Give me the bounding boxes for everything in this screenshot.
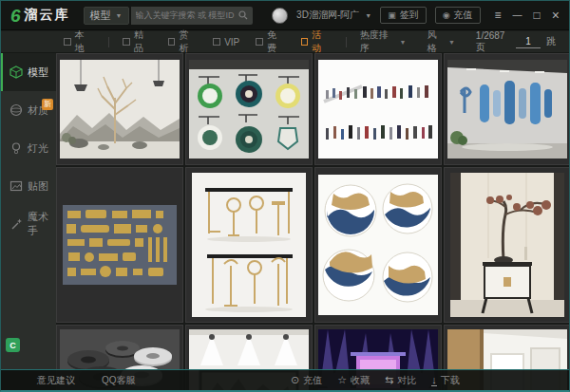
filter-label: VIP: [224, 37, 239, 47]
recharge-action-label: 充值: [303, 374, 322, 387]
signin-label: 签到: [400, 9, 419, 22]
magic-hand-icon: [10, 217, 23, 231]
culture-wall-image: [447, 60, 567, 159]
checkbox-icon: [256, 38, 263, 46]
thumbnail-bar-table[interactable]: [185, 167, 313, 323]
filter-checkbox-activity[interactable]: 活动: [301, 28, 330, 55]
filter-bar: 本地 精品 赏析 VIP 免费 活动 热度排序 ▼ 风格 ▼: [1, 31, 569, 53]
maximize-button[interactable]: □: [534, 9, 541, 21]
filter-checkbox-vip[interactable]: VIP: [213, 37, 239, 47]
qq-support-link[interactable]: QQ客服: [102, 374, 136, 387]
search-box[interactable]: [131, 7, 253, 25]
favorite-action-label: 收藏: [351, 374, 370, 387]
sidebar-item-label: 贴图: [28, 179, 48, 194]
model-cube-icon: [10, 65, 23, 79]
console-table-image: [450, 173, 564, 317]
app-logo: 6 溜云库: [10, 7, 70, 25]
thumbnail-console-table[interactable]: [444, 167, 570, 323]
page-jump-input[interactable]: [516, 36, 541, 48]
filter-label: 活动: [312, 28, 330, 55]
divider: [346, 37, 347, 47]
checkbox-icon: [123, 38, 130, 46]
bar-table-image: [192, 173, 306, 317]
thumbnail-sign-boards[interactable]: [185, 53, 313, 165]
gold-patterns-image: [63, 205, 177, 285]
filter-label: 本地: [75, 28, 93, 55]
style-dropdown[interactable]: 风格 ▼: [427, 28, 454, 55]
sort-dropdown-value: 热度排序: [360, 28, 395, 55]
calendar-icon: ▣: [388, 11, 396, 20]
coin-icon: ⊙: [291, 375, 299, 385]
thumbnail-zen-garden[interactable]: [56, 53, 183, 165]
feedback-link[interactable]: 意见建议: [37, 374, 75, 387]
filter-checkbox-free[interactable]: 免费: [256, 28, 284, 55]
chevron-down-icon: ▼: [116, 12, 123, 19]
recharge-button[interactable]: ◉ 充值: [435, 7, 481, 24]
sidebar: 模型 材质 新 灯光 贴图: [1, 53, 56, 369]
texture-image-icon: [10, 179, 23, 193]
compare-action-label: 对比: [397, 374, 416, 387]
sidebar-item-material[interactable]: 材质 新: [1, 91, 56, 129]
light-bulb-icon: [10, 141, 23, 155]
close-button[interactable]: ×: [552, 9, 560, 22]
checkbox-icon: [168, 38, 176, 46]
filter-checkbox-gallery[interactable]: 赏析: [168, 28, 197, 55]
star-icon: ☆: [337, 375, 347, 385]
user-avatar[interactable]: [272, 8, 288, 24]
minimize-button[interactable]: —: [513, 10, 522, 20]
search-icon[interactable]: [238, 10, 248, 20]
thumbnail-grid: [56, 53, 570, 390]
coin-icon: ◉: [443, 11, 450, 20]
favorite-action[interactable]: ☆ 收藏: [337, 374, 370, 387]
download-action-label: 下载: [441, 374, 460, 387]
user-menu-caret-icon[interactable]: ▼: [365, 12, 371, 19]
recharge-label: 充值: [454, 9, 473, 22]
wall-art-circles-image: [318, 175, 438, 315]
username[interactable]: 3D溜溜网-阿广: [296, 9, 359, 22]
recharge-action[interactable]: ⊙ 充值: [291, 374, 322, 387]
sort-dropdown[interactable]: 热度排序 ▼: [360, 28, 406, 55]
checkbox-icon: [301, 38, 309, 46]
logo-icon: 6: [10, 7, 21, 25]
sidebar-item-model[interactable]: 模型: [1, 53, 56, 91]
download-action[interactable]: ↓ 下载: [431, 374, 460, 387]
search-category-value: 模型: [90, 9, 111, 23]
filter-label: 赏析: [179, 28, 197, 55]
sidebar-item-texture[interactable]: 贴图: [1, 167, 56, 205]
thumbnail-wall-art-circles[interactable]: [314, 167, 442, 323]
download-icon: ↓: [431, 375, 437, 386]
sidebar-item-label: 模型: [28, 65, 48, 80]
sidebar-item-magic-hand[interactable]: 魔术手: [1, 205, 56, 243]
search-category-dropdown[interactable]: 模型 ▼: [84, 7, 129, 25]
sidebar-item-label: 灯光: [28, 141, 48, 156]
style-dropdown-value: 风格: [427, 28, 444, 55]
filter-label: 免费: [267, 28, 285, 55]
new-badge: 新: [42, 99, 53, 110]
bottom-actions: ⊙ 充值 ☆ 收藏 ⇆ 对比 ↓ 下载: [291, 374, 460, 387]
checkbox-icon: [213, 38, 220, 46]
compare-icon: ⇆: [385, 375, 393, 385]
filter-checkbox-local[interactable]: 本地: [64, 28, 92, 55]
menu-icon[interactable]: ≡: [495, 9, 502, 21]
titlebar: 6 溜云库 模型 ▼ 3D溜溜网-阿广 ▼ ▣ 签到 ◉ 充值: [1, 1, 569, 30]
sign-boards-image: [189, 60, 309, 159]
divider: [108, 37, 109, 47]
thumbnail-gold-patterns[interactable]: [56, 167, 183, 323]
sidebar-item-label: 魔术手: [28, 210, 56, 238]
app-title: 溜云库: [25, 7, 70, 24]
sidebar-item-light[interactable]: 灯光: [1, 129, 56, 167]
filter-checkbox-premium[interactable]: 精品: [123, 28, 151, 55]
cad-float-icon[interactable]: C: [6, 338, 20, 352]
bottom-bar: 意见建议 QQ客服 ⊙ 充值 ☆ 收藏 ⇆ 对比 ↓ 下载: [1, 369, 569, 390]
search-input[interactable]: [136, 10, 238, 20]
thumbnail-people-cutouts[interactable]: [314, 53, 442, 165]
app-window: 6 溜云库 模型 ▼ 3D溜溜网-阿广 ▼ ▣ 签到 ◉ 充值: [0, 0, 570, 392]
compare-action[interactable]: ⇆ 对比: [385, 374, 416, 387]
pagination: 1/2687页 跳: [476, 30, 569, 54]
checkbox-icon: [64, 38, 71, 46]
filter-label: 精品: [134, 28, 152, 55]
page-jump-button[interactable]: 跳: [546, 35, 556, 48]
thumbnail-culture-wall[interactable]: [444, 53, 570, 165]
signin-button[interactable]: ▣ 签到: [380, 7, 427, 24]
people-cutouts-image: [318, 60, 438, 159]
